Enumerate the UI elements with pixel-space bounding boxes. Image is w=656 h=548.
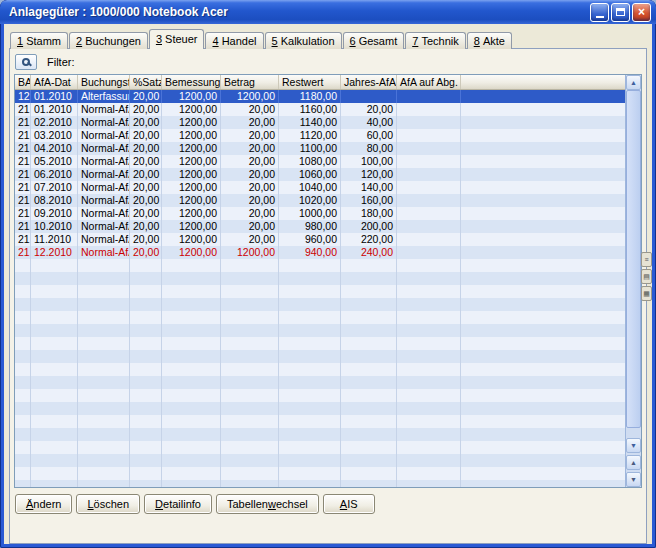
scroll-up-button[interactable]: ▲ <box>626 75 641 90</box>
table-row[interactable]: 2107.2010Normal-AfA20,001200,0020,001040… <box>15 181 625 194</box>
column-header[interactable]: Buchungstext <box>78 75 130 89</box>
magnifier-icon <box>22 58 30 66</box>
scroll-first-button[interactable]: ▲ <box>626 455 641 470</box>
aendern-button[interactable]: Ändern <box>15 494 72 514</box>
cell-date <box>31 428 78 441</box>
scrollbar-thumb[interactable] <box>626 90 641 428</box>
tab-technik[interactable]: 7 Technik <box>405 32 465 49</box>
cell-afa_abg <box>397 259 461 272</box>
cell-ba: 21 <box>15 181 31 194</box>
cell-date <box>31 454 78 467</box>
column-header[interactable]: AfA-Dat <box>31 75 78 89</box>
cell-ba: 21 <box>15 246 31 259</box>
cell-date <box>31 415 78 428</box>
scrollbar-track[interactable] <box>626 90 641 438</box>
cell-bemessung: 1200,00 <box>162 116 221 129</box>
loeschen-button[interactable]: Löschen <box>76 494 140 514</box>
arrow-down-icon: ▼ <box>630 442 637 449</box>
minimize-button[interactable] <box>590 3 609 22</box>
cell-bemessung <box>162 454 221 467</box>
cell-restwert: 1040,00 <box>279 181 341 194</box>
cell-jahres_afa: 80,00 <box>341 142 397 155</box>
table-row[interactable]: 2111.2010Normal-AfA20,001200,0020,00960,… <box>15 233 625 246</box>
jump-first-icon: ▲ <box>630 459 637 466</box>
close-button[interactable]: × <box>632 3 651 22</box>
cell-satz <box>130 285 162 298</box>
column-header[interactable]: Betrag <box>221 75 279 89</box>
cell-restwert <box>279 454 341 467</box>
cell-bemessung: 1200,00 <box>162 90 221 103</box>
cell-ba <box>15 454 31 467</box>
table-row[interactable]: 2103.2010Normal-AfA20,001200,0020,001120… <box>15 129 625 142</box>
cell-text <box>78 428 130 441</box>
table-row[interactable]: 2104.2010Normal-AfA20,001200,0020,001100… <box>15 142 625 155</box>
table-row[interactable]: 2102.2010Normal-AfA20,001200,0020,001140… <box>15 116 625 129</box>
cell-satz: 20,00 <box>130 129 162 142</box>
cell-date <box>31 363 78 376</box>
cell-text <box>78 337 130 350</box>
table-row[interactable]: 2105.2010Normal-AfA20,001200,0020,001080… <box>15 155 625 168</box>
cell-betrag <box>221 402 279 415</box>
cell-betrag <box>221 298 279 311</box>
cell-satz: 20,00 <box>130 233 162 246</box>
grid-view-button[interactable]: ▤ <box>641 269 652 284</box>
tabellenwechsel-button[interactable]: Tabellenwechsel <box>216 494 319 514</box>
cell-restwert <box>279 376 341 389</box>
column-header[interactable]: BA <box>15 75 31 89</box>
cell-betrag: 20,00 <box>221 233 279 246</box>
table-row[interactable]: 2101.2010Normal-AfA20,001200,0020,001160… <box>15 103 625 116</box>
cell-jahres_afa: 160,00 <box>341 194 397 207</box>
cell-jahres_afa <box>341 350 397 363</box>
cell-satz <box>130 428 162 441</box>
tab-gesamt[interactable]: 6 Gesamt <box>343 32 405 49</box>
tab-buchungen[interactable]: 2 Buchungen <box>69 32 148 49</box>
column-header-filler <box>461 75 625 89</box>
table-row[interactable]: 2110.2010Normal-AfA20,001200,0020,00980,… <box>15 220 625 233</box>
title-bar[interactable]: Anlagegüter : 1000/000 Notebook Acer × <box>0 0 656 24</box>
detail-view-button[interactable]: ▦ <box>641 286 652 301</box>
cell-jahres_afa <box>341 259 397 272</box>
bottom-spacer <box>14 519 642 543</box>
table-row[interactable]: 2112.2010Normal-AfA20,001200,001200,0094… <box>15 246 625 259</box>
window-title: Anlagegüter : 1000/000 Notebook Acer <box>9 5 590 19</box>
table-row[interactable]: 2108.2010Normal-AfA20,001200,0020,001020… <box>15 194 625 207</box>
tab-steuer[interactable]: 3 Steuer <box>149 29 205 49</box>
cell-afa_abg <box>397 389 461 402</box>
column-header[interactable]: %Satz <box>130 75 162 89</box>
scroll-last-button[interactable]: ▼ <box>626 472 641 487</box>
maximize-button[interactable] <box>611 3 630 22</box>
cell-text <box>78 402 130 415</box>
cell-ba <box>15 311 31 324</box>
column-header[interactable]: AfA auf Abg. <box>397 75 461 89</box>
column-header[interactable]: Jahres-AfA <box>341 75 397 89</box>
cell-ba: 21 <box>15 116 31 129</box>
table-row[interactable]: 2106.2010Normal-AfA20,001200,0020,001060… <box>15 168 625 181</box>
cell-text <box>78 363 130 376</box>
column-header[interactable]: Bemessung <box>162 75 221 89</box>
detailinfo-button[interactable]: Detailinfo <box>144 494 212 514</box>
tab-akte[interactable]: 8 Akte <box>467 32 512 49</box>
cell-text <box>78 350 130 363</box>
cell-bemessung <box>162 285 221 298</box>
jump-last-icon: ▼ <box>630 476 637 483</box>
cell-ba <box>15 298 31 311</box>
tab-handel[interactable]: 4 Handel <box>205 32 263 49</box>
table-row[interactable]: 2109.2010Normal-AfA20,001200,0020,001000… <box>15 207 625 220</box>
cell-text: Normal-AfA <box>78 116 130 129</box>
tab-stamm[interactable]: 1 Stamm <box>10 32 68 49</box>
empty-row <box>15 480 625 487</box>
list-view-button[interactable]: ≡ <box>641 252 652 267</box>
cell-text <box>78 389 130 402</box>
cell-bemessung <box>162 311 221 324</box>
cell-date <box>31 376 78 389</box>
cell-date: 04.2010 <box>31 142 78 155</box>
ais-button[interactable]: AIS <box>323 494 375 514</box>
column-header[interactable]: Restwert <box>279 75 341 89</box>
scroll-down-button[interactable]: ▼ <box>626 438 641 453</box>
filter-button[interactable] <box>15 54 37 70</box>
tab-kalkulation[interactable]: 5 Kalkulation <box>265 32 342 49</box>
table-row[interactable]: 1201.2010Alterfassung20,001200,001200,00… <box>15 90 625 103</box>
cell-afa_abg <box>397 467 461 480</box>
cell-afa_abg <box>397 194 461 207</box>
vertical-scrollbar[interactable]: ▲ ▼ ▲ ▼ <box>625 75 641 487</box>
